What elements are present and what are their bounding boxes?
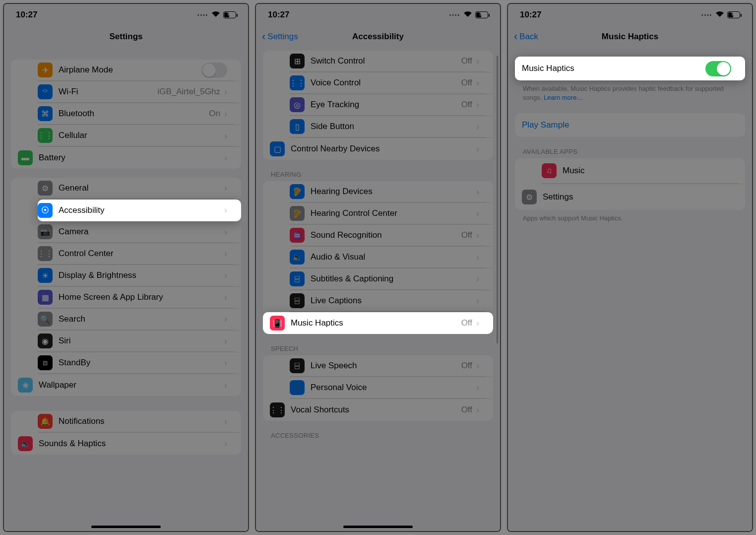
status-bar: 10:27 •••• 37: [508, 4, 752, 26]
chevron-right-icon: ›: [476, 100, 479, 110]
row-label: Control Nearby Devices: [291, 144, 476, 154]
row-siri[interactable]: ◉Siri›: [38, 331, 241, 352]
row-sound-recognition[interactable]: ♒Sound RecognitionOff›: [290, 225, 493, 247]
wifi-icon: ⌔: [38, 84, 53, 99]
row-label: Vocal Shortcuts: [291, 405, 461, 415]
row-battery[interactable]: ▬Battery›: [11, 147, 241, 169]
chevron-right-icon: ›: [476, 383, 479, 393]
siri-icon: ◉: [38, 334, 53, 348]
battery-icon: 37: [223, 11, 236, 18]
row-sounds-haptics[interactable]: 🔈Sounds & Haptics›: [11, 433, 241, 455]
row-eye-tracking[interactable]: ◎Eye TrackingOff›: [290, 94, 493, 116]
row-subtitles-captioning[interactable]: ⌸Subtitles & Captioning›: [290, 268, 493, 290]
row-label: Voice Control: [311, 78, 461, 88]
wifi-status-icon: [715, 11, 724, 19]
chevron-right-icon: ›: [224, 314, 227, 325]
chevron-left-icon: ‹: [514, 31, 517, 42]
music-haptics-toggle-row[interactable]: Music Haptics: [515, 57, 745, 80]
scrollbar[interactable]: [497, 56, 498, 343]
chevron-right-icon: ›: [476, 208, 479, 219]
notifications-icon: 🔔: [38, 414, 53, 429]
row-label: Display & Brightness: [59, 270, 224, 280]
row-personal-voice[interactable]: 👤Personal Voice›: [290, 377, 493, 399]
row-wallpaper[interactable]: ❀Wallpaper›: [11, 374, 241, 396]
row-value: Off: [461, 100, 472, 110]
wifi-status-icon: [463, 11, 472, 19]
row-wi-fi[interactable]: ⌔Wi-FiiGB_Airtel_5Ghz›: [38, 81, 241, 103]
battery-icon: ▬: [18, 150, 33, 165]
personal-voice-icon: 👤: [290, 380, 305, 395]
chevron-right-icon: ›: [224, 87, 227, 97]
row-hearing-devices[interactable]: 🦻Hearing Devices›: [290, 181, 493, 203]
play-sample-button[interactable]: Play Sample: [515, 113, 745, 137]
screen-accessibility: 10:27 •••• 37 ‹ Settings Accessibility ⊞…: [255, 3, 501, 532]
row-display-brightness[interactable]: ☀Display & Brightness›: [38, 265, 241, 287]
row-value: Off: [461, 361, 472, 371]
row-control-center[interactable]: ⋮⋮Control Center›: [38, 243, 241, 265]
row-vocal-shortcuts[interactable]: ⋮⋮Vocal ShortcutsOff›: [263, 399, 493, 421]
home-indicator[interactable]: [343, 526, 413, 528]
nav-bar: Settings: [4, 26, 248, 48]
chevron-left-icon: ‹: [262, 31, 265, 42]
cellular-icon: ⋮⋮: [38, 128, 53, 143]
app-row-music[interactable]: ♫Music: [542, 158, 745, 184]
row-switch-control[interactable]: ⊞Switch ControlOff›: [290, 51, 493, 72]
chevron-right-icon: ›: [476, 56, 479, 67]
chevron-right-icon: ›: [224, 270, 227, 281]
chevron-right-icon: ›: [476, 405, 479, 415]
row-hearing-control-center[interactable]: 🦻Hearing Control Center›: [290, 203, 493, 225]
airplane-icon: ✈: [38, 63, 53, 77]
row-side-button[interactable]: ▯Side Button›: [290, 116, 493, 138]
row-search[interactable]: 🔍Search›: [38, 309, 241, 331]
row-standby[interactable]: ⧇StandBy›: [38, 352, 241, 374]
home-screen-icon: ▦: [38, 290, 53, 305]
row-label: Siri: [59, 336, 224, 346]
status-time: 10:27: [16, 10, 37, 20]
page-title: Settings: [109, 32, 142, 42]
nav-back-button[interactable]: ‹ Settings: [262, 26, 298, 48]
row-label: StandBy: [59, 358, 224, 368]
chevron-right-icon: ›: [224, 249, 227, 259]
nav-back-button[interactable]: ‹ Back: [514, 26, 538, 48]
row-label: Battery: [39, 153, 224, 163]
row-camera[interactable]: 📷Camera›: [38, 221, 241, 243]
chevron-right-icon: ›: [224, 292, 227, 303]
app-row-settings[interactable]: ⚙Settings: [515, 184, 745, 210]
row-home-screen-app-library[interactable]: ▦Home Screen & App Library›: [38, 287, 241, 309]
row-value: Off: [461, 318, 472, 328]
section-header-speech: Speech: [263, 334, 493, 355]
learn-more-link[interactable]: Learn more…: [544, 94, 583, 101]
row-general[interactable]: ⚙General›: [38, 178, 241, 200]
row-label: Notifications: [59, 416, 224, 426]
row-audio-visual[interactable]: 🔈Audio & Visual›: [290, 247, 493, 268]
row-control-nearby-devices[interactable]: ▢Control Nearby Devices›: [263, 138, 493, 160]
row-bluetooth[interactable]: ⌘BluetoothOn›: [38, 103, 241, 125]
status-bar: 10:27 •••• 37: [4, 4, 248, 26]
row-cellular[interactable]: ⋮⋮Cellular›: [38, 125, 241, 147]
row-label: Live Captions: [311, 296, 476, 306]
switch-control-icon: ⊞: [290, 54, 305, 68]
voice-control-icon: ⋮⋮: [290, 75, 305, 90]
home-indicator[interactable]: [91, 526, 161, 528]
row-music-haptics[interactable]: 📳Music HapticsOff›: [263, 312, 493, 334]
play-sample-label: Play Sample: [522, 120, 731, 130]
row-accessibility[interactable]: ⦿Accessibility›: [38, 200, 241, 221]
row-label: Accessibility: [59, 205, 224, 215]
toggle[interactable]: [201, 63, 227, 78]
music-haptics-toggle[interactable]: [705, 61, 731, 76]
row-voice-control[interactable]: ⋮⋮Voice ControlOff›: [290, 72, 493, 94]
row-label: Personal Voice: [311, 383, 476, 393]
row-label: Wallpaper: [39, 380, 224, 390]
row-label: Hearing Control Center: [311, 208, 476, 218]
accessibility-icon: ⦿: [38, 203, 53, 218]
battery-icon: 37: [727, 11, 740, 18]
row-notifications[interactable]: 🔔Notifications›: [38, 411, 241, 433]
chevron-right-icon: ›: [224, 336, 227, 346]
row-live-captions[interactable]: ⌸Live Captions›: [290, 290, 493, 312]
row-airplane-mode[interactable]: ✈Airplane Mode: [38, 60, 241, 81]
nav-bar: ‹ Back Music Haptics: [508, 26, 752, 48]
live-speech-icon: ⌸: [290, 358, 305, 373]
music-haptics-icon: 📳: [270, 316, 285, 331]
search-icon: 🔍: [38, 312, 53, 327]
row-live-speech[interactable]: ⌸Live SpeechOff›: [290, 355, 493, 377]
